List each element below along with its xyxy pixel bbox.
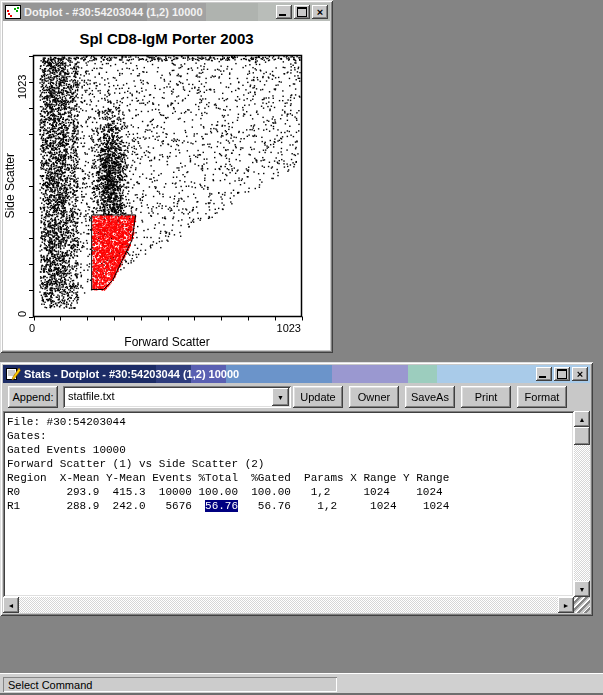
stats-app-icon xyxy=(5,367,21,381)
application-workspace: Dotplot - #30:54203044 (1,2) 10000 × Spl… xyxy=(0,0,603,695)
statfile-combobox[interactable]: statfile.txt ▼ xyxy=(63,386,291,408)
vertical-scrollbar[interactable]: ▲ ▼ xyxy=(574,411,590,597)
dotplot-plot-area: Spl CD8-IgM Porter 2003 0 1023 Forward S… xyxy=(3,21,330,350)
stats-maximize-button[interactable] xyxy=(554,367,570,381)
stats-report-text: File: #30:54203044Gates:Gated Events 100… xyxy=(7,415,570,513)
dotplot-window: Dotplot - #30:54203044 (1,2) 10000 × Spl… xyxy=(0,0,333,353)
vertical-scrollbar-thumb[interactable] xyxy=(574,427,590,445)
format-button[interactable]: Format xyxy=(517,386,567,408)
scatter-plot-canvas[interactable] xyxy=(21,52,321,332)
stats-minimize-button[interactable] xyxy=(536,367,552,381)
y-axis-title-text: Side Scatter xyxy=(3,153,17,218)
dotplot-titlebar[interactable]: Dotplot - #30:54203044 (1,2) 10000 × xyxy=(3,3,330,21)
owner-button[interactable]: Owner xyxy=(349,386,399,408)
report-line[interactable]: Region X-Mean Y-Mean Events %Total %Gate… xyxy=(7,471,570,485)
maximize-icon xyxy=(557,369,567,379)
scroll-down-button[interactable]: ▼ xyxy=(574,581,590,597)
minimize-icon xyxy=(539,376,546,378)
minimize-icon xyxy=(279,14,286,16)
x-axis-max-label: 1023 xyxy=(243,322,301,334)
resize-grip[interactable] xyxy=(574,597,590,613)
report-line[interactable]: R0 293.9 415.3 10000 100.00 100.00 1,2 1… xyxy=(7,485,570,499)
y-axis-min-label: 0 xyxy=(16,297,28,317)
append-button[interactable]: Append: xyxy=(8,386,58,408)
arrow-left-icon: ◄ xyxy=(8,602,15,609)
chevron-down-icon: ▼ xyxy=(277,394,284,401)
r1-suffix: 56.76 1,2 1024 1024 xyxy=(238,500,449,512)
report-line[interactable]: Gates: xyxy=(7,429,570,443)
dotplot-app-icon xyxy=(5,5,21,19)
report-line[interactable]: File: #30:54203044 xyxy=(7,415,570,429)
close-icon: × xyxy=(317,7,323,18)
arrow-up-icon: ▲ xyxy=(579,416,586,423)
report-line[interactable]: Forward Scatter (1) vs Side Scatter (2) xyxy=(7,457,570,471)
stats-titlebar[interactable]: Stats - Dotplot - #30:54203044 (1,2) 100… xyxy=(3,365,590,383)
scroll-left-button[interactable]: ◄ xyxy=(3,597,19,613)
statfile-combobox-value: statfile.txt xyxy=(68,390,114,402)
update-button[interactable]: Update xyxy=(293,386,343,408)
close-icon: × xyxy=(577,369,583,380)
status-message: Select Command xyxy=(3,677,337,692)
arrow-down-icon: ▼ xyxy=(579,586,586,593)
dotplot-window-title: Dotplot - #30:54203044 (1,2) 10000 xyxy=(24,6,276,18)
stats-window: Stats - Dotplot - #30:54203044 (1,2) 100… xyxy=(0,362,593,616)
maximize-icon xyxy=(297,7,307,17)
dotplot-minimize-button[interactable] xyxy=(276,5,292,19)
scroll-up-button[interactable]: ▲ xyxy=(574,411,590,427)
dotplot-close-button[interactable]: × xyxy=(312,5,328,19)
stats-report-area[interactable]: File: #30:54203044Gates:Gated Events 100… xyxy=(3,411,574,597)
dotplot-maximize-button[interactable] xyxy=(294,5,310,19)
r1-prefix: R1 288.9 242.0 5676 xyxy=(7,500,205,512)
status-bar: Select Command xyxy=(0,673,603,695)
scroll-right-button[interactable]: ► xyxy=(558,597,574,613)
horizontal-scrollbar[interactable]: ◄ ► xyxy=(3,597,574,613)
stats-close-button[interactable]: × xyxy=(572,367,588,381)
x-axis-min-label: 0 xyxy=(29,322,35,334)
stats-window-title: Stats - Dotplot - #30:54203044 (1,2) 100… xyxy=(24,368,536,380)
arrow-right-icon: ► xyxy=(563,602,570,609)
plot-title: Spl CD8-IgM Porter 2003 xyxy=(3,30,330,47)
y-axis-title: Side Scatter xyxy=(3,55,17,316)
combobox-dropdown-button[interactable]: ▼ xyxy=(272,388,289,406)
x-axis-title: Forward Scatter xyxy=(33,335,301,349)
report-line-r1[interactable]: R1 288.9 242.0 5676 56.76 56.76 1,2 1024… xyxy=(7,499,570,513)
r1-selected-value[interactable]: 56.76 xyxy=(205,500,238,512)
y-axis-max-label: 1023 xyxy=(16,57,28,99)
stats-toolbar: Append: statfile.txt ▼ Update Owner Save… xyxy=(3,383,590,411)
print-button[interactable]: Print xyxy=(461,386,511,408)
saveas-button[interactable]: SaveAs xyxy=(405,386,455,408)
report-line[interactable]: Gated Events 10000 xyxy=(7,443,570,457)
